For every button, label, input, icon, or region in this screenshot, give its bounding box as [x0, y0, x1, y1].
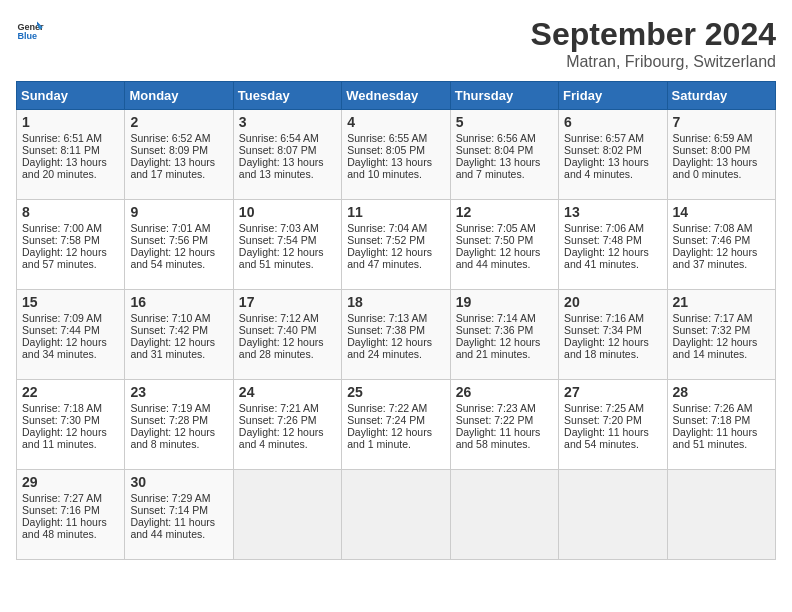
- header-friday: Friday: [559, 82, 667, 110]
- sunrise-15: Sunrise: 7:09 AM: [22, 312, 119, 324]
- day-number-8: 8: [22, 204, 119, 220]
- calendar-cell-10: 10Sunrise: 7:03 AMSunset: 7:54 PMDayligh…: [233, 200, 341, 290]
- calendar-cell-29: 29Sunrise: 7:27 AMSunset: 7:16 PMDayligh…: [17, 470, 125, 560]
- daylight-6: Daylight: 13 hours and 4 minutes.: [564, 156, 661, 180]
- sunrise-20: Sunrise: 7:16 AM: [564, 312, 661, 324]
- day-number-9: 9: [130, 204, 227, 220]
- sunset-25: Sunset: 7:24 PM: [347, 414, 444, 426]
- day-number-25: 25: [347, 384, 444, 400]
- sunrise-27: Sunrise: 7:25 AM: [564, 402, 661, 414]
- day-number-21: 21: [673, 294, 770, 310]
- daylight-24: Daylight: 12 hours and 4 minutes.: [239, 426, 336, 450]
- sunrise-10: Sunrise: 7:03 AM: [239, 222, 336, 234]
- day-number-13: 13: [564, 204, 661, 220]
- header-wednesday: Wednesday: [342, 82, 450, 110]
- calendar-cell-14: 14Sunrise: 7:08 AMSunset: 7:46 PMDayligh…: [667, 200, 775, 290]
- sunset-20: Sunset: 7:34 PM: [564, 324, 661, 336]
- day-number-7: 7: [673, 114, 770, 130]
- calendar-cell-2: 2Sunrise: 6:52 AMSunset: 8:09 PMDaylight…: [125, 110, 233, 200]
- daylight-3: Daylight: 13 hours and 13 minutes.: [239, 156, 336, 180]
- sunset-3: Sunset: 8:07 PM: [239, 144, 336, 156]
- calendar-cell-empty-w5-c5: [559, 470, 667, 560]
- calendar-cell-9: 9Sunrise: 7:01 AMSunset: 7:56 PMDaylight…: [125, 200, 233, 290]
- calendar-cell-8: 8Sunrise: 7:00 AMSunset: 7:58 PMDaylight…: [17, 200, 125, 290]
- sunset-29: Sunset: 7:16 PM: [22, 504, 119, 516]
- sunrise-3: Sunrise: 6:54 AM: [239, 132, 336, 144]
- sunset-21: Sunset: 7:32 PM: [673, 324, 770, 336]
- calendar-week-1: 1Sunrise: 6:51 AMSunset: 8:11 PMDaylight…: [17, 110, 776, 200]
- calendar-cell-18: 18Sunrise: 7:13 AMSunset: 7:38 PMDayligh…: [342, 290, 450, 380]
- sunset-10: Sunset: 7:54 PM: [239, 234, 336, 246]
- daylight-23: Daylight: 12 hours and 8 minutes.: [130, 426, 227, 450]
- daylight-17: Daylight: 12 hours and 28 minutes.: [239, 336, 336, 360]
- sunset-6: Sunset: 8:02 PM: [564, 144, 661, 156]
- calendar-header-row: Sunday Monday Tuesday Wednesday Thursday…: [17, 82, 776, 110]
- sunset-5: Sunset: 8:04 PM: [456, 144, 553, 156]
- calendar-cell-16: 16Sunrise: 7:10 AMSunset: 7:42 PMDayligh…: [125, 290, 233, 380]
- sunrise-8: Sunrise: 7:00 AM: [22, 222, 119, 234]
- daylight-15: Daylight: 12 hours and 34 minutes.: [22, 336, 119, 360]
- daylight-21: Daylight: 12 hours and 14 minutes.: [673, 336, 770, 360]
- day-number-23: 23: [130, 384, 227, 400]
- daylight-9: Daylight: 12 hours and 54 minutes.: [130, 246, 227, 270]
- day-number-15: 15: [22, 294, 119, 310]
- calendar-cell-15: 15Sunrise: 7:09 AMSunset: 7:44 PMDayligh…: [17, 290, 125, 380]
- day-number-30: 30: [130, 474, 227, 490]
- sunset-15: Sunset: 7:44 PM: [22, 324, 119, 336]
- daylight-16: Daylight: 12 hours and 31 minutes.: [130, 336, 227, 360]
- header-saturday: Saturday: [667, 82, 775, 110]
- header-thursday: Thursday: [450, 82, 558, 110]
- sunset-27: Sunset: 7:20 PM: [564, 414, 661, 426]
- sunrise-28: Sunrise: 7:26 AM: [673, 402, 770, 414]
- sunrise-14: Sunrise: 7:08 AM: [673, 222, 770, 234]
- sunrise-2: Sunrise: 6:52 AM: [130, 132, 227, 144]
- day-number-20: 20: [564, 294, 661, 310]
- calendar-cell-20: 20Sunrise: 7:16 AMSunset: 7:34 PMDayligh…: [559, 290, 667, 380]
- calendar-cell-13: 13Sunrise: 7:06 AMSunset: 7:48 PMDayligh…: [559, 200, 667, 290]
- sunset-1: Sunset: 8:11 PM: [22, 144, 119, 156]
- day-number-1: 1: [22, 114, 119, 130]
- daylight-25: Daylight: 12 hours and 1 minute.: [347, 426, 444, 450]
- daylight-8: Daylight: 12 hours and 57 minutes.: [22, 246, 119, 270]
- calendar-cell-28: 28Sunrise: 7:26 AMSunset: 7:18 PMDayligh…: [667, 380, 775, 470]
- sunset-19: Sunset: 7:36 PM: [456, 324, 553, 336]
- sunrise-12: Sunrise: 7:05 AM: [456, 222, 553, 234]
- sunrise-23: Sunrise: 7:19 AM: [130, 402, 227, 414]
- sunrise-18: Sunrise: 7:13 AM: [347, 312, 444, 324]
- day-number-18: 18: [347, 294, 444, 310]
- daylight-1: Daylight: 13 hours and 20 minutes.: [22, 156, 119, 180]
- sunset-24: Sunset: 7:26 PM: [239, 414, 336, 426]
- sunrise-26: Sunrise: 7:23 AM: [456, 402, 553, 414]
- calendar-cell-11: 11Sunrise: 7:04 AMSunset: 7:52 PMDayligh…: [342, 200, 450, 290]
- day-number-14: 14: [673, 204, 770, 220]
- sunrise-11: Sunrise: 7:04 AM: [347, 222, 444, 234]
- sunrise-1: Sunrise: 6:51 AM: [22, 132, 119, 144]
- day-number-3: 3: [239, 114, 336, 130]
- calendar-cell-27: 27Sunrise: 7:25 AMSunset: 7:20 PMDayligh…: [559, 380, 667, 470]
- sunset-16: Sunset: 7:42 PM: [130, 324, 227, 336]
- calendar-table: Sunday Monday Tuesday Wednesday Thursday…: [16, 81, 776, 560]
- sunrise-6: Sunrise: 6:57 AM: [564, 132, 661, 144]
- sunset-7: Sunset: 8:00 PM: [673, 144, 770, 156]
- header-monday: Monday: [125, 82, 233, 110]
- sunrise-29: Sunrise: 7:27 AM: [22, 492, 119, 504]
- day-number-10: 10: [239, 204, 336, 220]
- calendar-cell-empty-w5-c2: [233, 470, 341, 560]
- daylight-11: Daylight: 12 hours and 47 minutes.: [347, 246, 444, 270]
- calendar-cell-21: 21Sunrise: 7:17 AMSunset: 7:32 PMDayligh…: [667, 290, 775, 380]
- day-number-11: 11: [347, 204, 444, 220]
- sunrise-4: Sunrise: 6:55 AM: [347, 132, 444, 144]
- calendar-cell-17: 17Sunrise: 7:12 AMSunset: 7:40 PMDayligh…: [233, 290, 341, 380]
- sunset-14: Sunset: 7:46 PM: [673, 234, 770, 246]
- calendar-cell-5: 5Sunrise: 6:56 AMSunset: 8:04 PMDaylight…: [450, 110, 558, 200]
- calendar-cell-1: 1Sunrise: 6:51 AMSunset: 8:11 PMDaylight…: [17, 110, 125, 200]
- calendar-cell-empty-w5-c4: [450, 470, 558, 560]
- calendar-cell-4: 4Sunrise: 6:55 AMSunset: 8:05 PMDaylight…: [342, 110, 450, 200]
- calendar-cell-24: 24Sunrise: 7:21 AMSunset: 7:26 PMDayligh…: [233, 380, 341, 470]
- header-sunday: Sunday: [17, 82, 125, 110]
- sunrise-22: Sunrise: 7:18 AM: [22, 402, 119, 414]
- sunset-4: Sunset: 8:05 PM: [347, 144, 444, 156]
- daylight-7: Daylight: 13 hours and 0 minutes.: [673, 156, 770, 180]
- calendar-cell-3: 3Sunrise: 6:54 AMSunset: 8:07 PMDaylight…: [233, 110, 341, 200]
- sunset-18: Sunset: 7:38 PM: [347, 324, 444, 336]
